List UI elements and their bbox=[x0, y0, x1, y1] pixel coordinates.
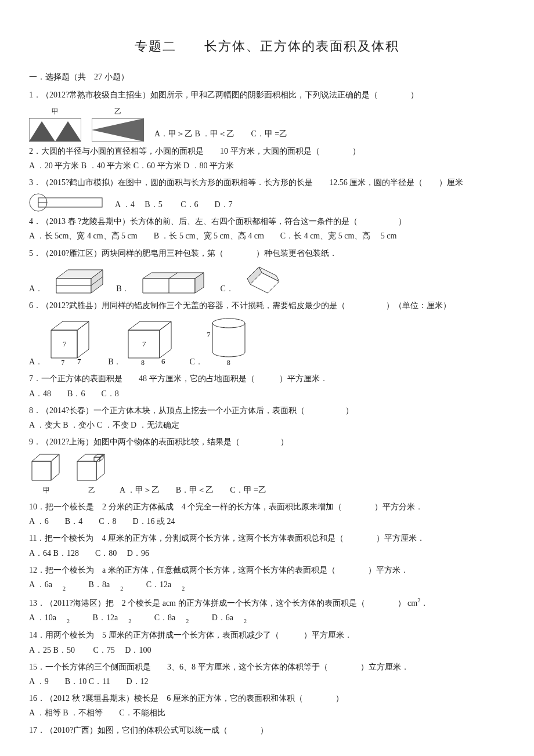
q12-opt-a: A ．6a bbox=[29, 580, 52, 589]
q13-text-inner: 13．（2011?海港区）把 2 个棱长是 acm 的正方体拼成一个长方体，这个… bbox=[29, 598, 417, 607]
q13-opt-d-exp: 2 bbox=[244, 618, 247, 624]
question-9: 9．（2012?上海）如图中两个物体的表面积比较，结果是（ ） 甲 乙 A ．甲… bbox=[29, 435, 505, 497]
q15-options: A ．9 B．10 C．11 D．12 bbox=[29, 674, 505, 689]
q15-text: 15．一个长方体的三个侧面面积是 3、6、8 平方厘米，这个长方体的体积等于（ … bbox=[29, 660, 505, 674]
question-11: 11．把一个棱长为 4 厘米的正方体，分割成两个长方体，这两个长方体表面积总和是… bbox=[29, 531, 505, 560]
q1-text: 1．（2012?常熟市校级自主招生）如图所示，甲和乙两幅图的阴影面积相比，下列说… bbox=[29, 88, 505, 102]
question-12: 12．把一个棱长为 a 米的正方体，任意截成两个长方体，这两个长方体的表面积是（… bbox=[29, 563, 505, 593]
q4-text: 4．（2013 春 ?龙陵县期中）长方体的前、后、左、右四个面积都相等，符合这一… bbox=[29, 214, 505, 229]
question-16: 16．（2012 秋 ?襄垣县期末）棱长是 6 厘米的正方体，它的表面积和体积（… bbox=[29, 691, 505, 720]
q6-figure-c: 7 8 bbox=[205, 316, 252, 370]
q5-figure-c bbox=[244, 264, 285, 296]
q9-figure-jia: 甲 bbox=[29, 453, 64, 497]
q5-opt-c-label: C． bbox=[220, 281, 233, 296]
q12-options: A ．6a2 B．8a2 C．12a2 bbox=[29, 577, 505, 593]
q6-figure-a: 7 7 7 bbox=[45, 319, 98, 370]
q14-options: A．25 B．50 C．75 D．100 bbox=[29, 643, 505, 657]
q10-text: 10．把一个棱长是 2 分米的正方体截成 4 个完全一样的长方体，表面积比原来增… bbox=[29, 500, 505, 514]
q16-text: 16．（2012 秋 ?襄垣县期末）棱长是 6 厘米的正方体，它的表面积和体积（… bbox=[29, 691, 505, 706]
question-13: 13．（2011?海港区）把 2 个棱长是 acm 的正方体拼成一个长方体，这个… bbox=[29, 595, 505, 626]
q6-b-base8: 8 bbox=[106, 357, 179, 370]
svg-marker-31 bbox=[32, 461, 51, 480]
q13-opt-c-exp: 2 bbox=[186, 618, 189, 624]
q13-opt-b: B．12a bbox=[93, 613, 118, 622]
q6-c-height7: 7 bbox=[207, 330, 211, 339]
q9-label-yi: 乙 bbox=[74, 484, 109, 497]
q12-opt-c: C．12a bbox=[146, 580, 172, 589]
q13-opt-b-exp: 2 bbox=[128, 618, 131, 624]
page-title: 专题二 长方体、正方体的表面积及体积 bbox=[29, 35, 505, 58]
q3-text: 3．（2015?鹤山市模拟）在图中，圆的面积与长方形的面积相等．长方形的长是 1… bbox=[29, 175, 505, 190]
q13-cm2-exp: 2 bbox=[417, 597, 420, 603]
q12-text: 12．把一个棱长为 a 米的正方体，任意截成两个长方体，这两个长方体的表面积是（… bbox=[29, 563, 505, 577]
q11-text: 11．把一个棱长为 4 厘米的正方体，分割成两个长方体，这两个长方体表面积总和是… bbox=[29, 531, 505, 545]
q13-opt-d: D．6a bbox=[212, 613, 233, 622]
q13-options: A ．10a2 B．12a2 C．8a2 D．6a2 bbox=[29, 610, 505, 626]
q5-figure-a bbox=[53, 264, 106, 296]
q13-opt-a-exp: 2 bbox=[67, 618, 70, 624]
q1-options: A．甲＞乙 B ．甲＜乙 C．甲 =乙 bbox=[154, 126, 287, 141]
q6-a-depth7: 7 bbox=[77, 357, 81, 365]
q17-text: 17．（2010?广西）如图，它们的体积公式可以统一成（ ） bbox=[29, 723, 505, 737]
question-1: 1．（2012?常熟市校级自主招生）如图所示，甲和乙两幅图的阴影面积相比，下列说… bbox=[29, 88, 505, 142]
q9-figure-yi: 乙 bbox=[74, 453, 109, 497]
q3-figure bbox=[29, 193, 104, 212]
q6-opt-c-label: C． bbox=[189, 355, 203, 369]
q13-text: 13．（2011?海港区）把 2 个棱长是 acm 的正方体拼成一个长方体，这个… bbox=[29, 595, 505, 610]
section-heading: 一．选择题（共 27 小题） bbox=[29, 70, 505, 84]
question-6: 6．（2012?武胜县）用同样的铝皮制作三个无盖的容器，不计损耗，需要铝皮最少的… bbox=[29, 298, 505, 370]
q3-options: A ．4 B．5 C．6 D．7 bbox=[115, 197, 233, 212]
q10-options: A ．6 B．4 C．8 D．16 或 24 bbox=[29, 514, 505, 529]
svg-point-27 bbox=[212, 319, 245, 328]
q6-c-base8: 8 bbox=[205, 357, 252, 370]
q12-opt-b-exp: 2 bbox=[120, 585, 123, 592]
q6-text: 6．（2012?武胜县）用同样的铝皮制作三个无盖的容器，不计损耗，需要铝皮最少的… bbox=[29, 298, 505, 313]
question-10: 10．把一个棱长是 2 分米的正方体截成 4 个完全一样的长方体，表面积比原来增… bbox=[29, 500, 505, 529]
q4-options: A ．长 5cm、宽 4 cm、高 5 cm B ．长 5 cm、宽 5 cm、… bbox=[29, 229, 505, 243]
question-14: 14．用两个棱长为 5 厘米的正方体拼成一个长方体，表面积减少了（ ）平方厘米．… bbox=[29, 628, 505, 657]
q13-opt-a: A ．10a bbox=[29, 613, 56, 622]
q12-opt-a-exp: 2 bbox=[63, 585, 66, 592]
question-5: 5．（2010?雁江区）两块同样的肥皂用三种包装，第（ ）种包装更省包装纸． A… bbox=[29, 246, 505, 296]
q7-options: A．48 B．6 C．8 bbox=[29, 386, 505, 401]
q9-label-jia: 甲 bbox=[29, 484, 64, 497]
svg-marker-26 bbox=[160, 321, 171, 358]
q8-options: A ．变大 B ．变小 C ．不变 D ．无法确定 bbox=[29, 418, 505, 432]
q13-opt-c: C．8a bbox=[154, 613, 176, 622]
q7-text: 7．一个正方体的表面积是 48 平方厘米，它的占地面积是（ ）平方厘米． bbox=[29, 371, 505, 386]
q5-figure-b bbox=[140, 270, 210, 296]
svg-marker-23 bbox=[77, 321, 89, 358]
q2-text: 2．大圆的半径与小圆的直径相等，小圆的面积是 10 平方米，大圆的面积是（ ） bbox=[29, 144, 505, 158]
question-7: 7．一个正方体的表面积是 48 平方厘米，它的占地面积是（ ）平方厘米． A．4… bbox=[29, 371, 505, 400]
question-2: 2．大圆的半径与小圆的直径相等，小圆的面积是 10 平方米，大圆的面积是（ ） … bbox=[29, 144, 505, 173]
q6-a-base7: 7 bbox=[28, 357, 98, 370]
svg-rect-6 bbox=[38, 198, 102, 207]
question-4: 4．（2013 春 ?龙陵县期中）长方体的前、后、左、右四个面积都相等，符合这一… bbox=[29, 214, 505, 243]
svg-marker-24 bbox=[128, 321, 171, 330]
q12-opt-c-exp: 2 bbox=[182, 585, 185, 592]
svg-marker-1 bbox=[29, 121, 55, 142]
q11-options: A．64 B．128 C．80 D．96 bbox=[29, 546, 505, 560]
q2-options: A ．20 平方米 B ．40 平方米 C．60 平方米 D ．80 平方米 bbox=[29, 158, 505, 173]
q6-b-depth6: 6 bbox=[161, 357, 165, 365]
q1-figure-yi: 乙 bbox=[92, 106, 144, 142]
question-17: 17．（2010?广西）如图，它们的体积公式可以统一成（ ） bbox=[29, 723, 505, 737]
svg-marker-32 bbox=[51, 454, 59, 480]
q5-text: 5．（2010?雁江区）两块同样的肥皂用三种包装，第（ ）种包装更省包装纸． bbox=[29, 246, 505, 261]
svg-marker-34 bbox=[77, 461, 96, 480]
q12-opt-b: B．8a bbox=[89, 580, 110, 589]
q9-options: A ．甲＞乙 B．甲＜乙 C．甲 =乙 bbox=[120, 483, 266, 497]
q1-label-yi: 乙 bbox=[92, 106, 144, 118]
svg-marker-4 bbox=[92, 118, 144, 142]
q9-text: 9．（2012?上海）如图中两个物体的表面积比较，结果是（ ） bbox=[29, 435, 505, 449]
q5-opt-b-label: B． bbox=[116, 281, 129, 296]
question-15: 15．一个长方体的三个侧面面积是 3、6、8 平方厘米，这个长方体的体积等于（ … bbox=[29, 660, 505, 689]
q5-opt-a-label: A． bbox=[29, 281, 43, 296]
q6-figure-b: 7 6 8 bbox=[124, 319, 179, 370]
question-3: 3．（2015?鹤山市模拟）在图中，圆的面积与长方形的面积相等．长方形的长是 1… bbox=[29, 175, 505, 212]
q8-text: 8．（2014?长春）一个正方体木块，从顶点上挖去一个小正方体后，表面积（ ） bbox=[29, 403, 505, 418]
question-8: 8．（2014?长春）一个正方体木块，从顶点上挖去一个小正方体后，表面积（ ） … bbox=[29, 403, 505, 432]
q6-a-side7: 7 bbox=[63, 339, 67, 348]
q16-options: A ．相等 B ．不相等 C．不能相比 bbox=[29, 706, 505, 720]
q6-b-side7: 7 bbox=[142, 339, 146, 348]
